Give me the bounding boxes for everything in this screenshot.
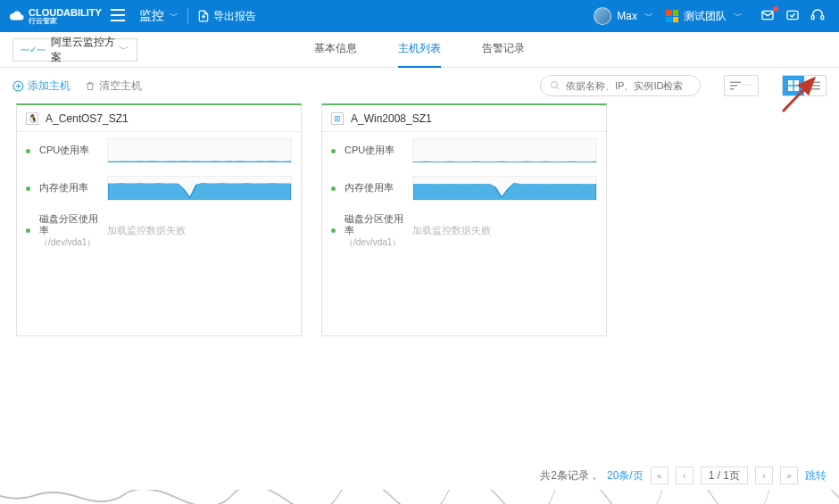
trash-icon xyxy=(85,80,96,92)
export-report-button[interactable]: 导出报告 xyxy=(197,9,256,24)
status-dot xyxy=(331,186,336,191)
status-dot xyxy=(26,186,30,191)
export-icon xyxy=(197,10,210,22)
metric-label: 内存使用率 xyxy=(39,182,107,194)
os-icon: ⊞ xyxy=(331,112,344,125)
status-dot xyxy=(331,149,336,153)
export-label: 导出报告 xyxy=(213,9,256,24)
user-name: Max xyxy=(617,10,637,22)
metric-label: CPU使用率 xyxy=(39,145,107,156)
svg-rect-14 xyxy=(788,87,793,91)
add-host-label: 添加主机 xyxy=(28,78,71,94)
mem-chart xyxy=(107,176,292,201)
metric-error: 加载监控数据失败 xyxy=(412,224,597,237)
svg-rect-9 xyxy=(730,82,741,84)
page-jump-button[interactable]: 跳转 xyxy=(805,468,827,483)
svg-rect-1 xyxy=(111,14,125,16)
svg-rect-4 xyxy=(787,11,798,19)
torn-edge xyxy=(0,490,839,504)
header-divider xyxy=(187,8,188,24)
metric-label: 内存使用率 xyxy=(345,182,412,194)
search-icon xyxy=(550,80,561,91)
scheme-label: 阿里云监控方案 xyxy=(51,35,119,65)
check-mail-icon[interactable] xyxy=(785,8,800,25)
sub-header: ⁓✓⁓ 阿里云监控方案 ﹀ 基本信息 主机列表 告警记录 xyxy=(0,32,839,68)
svg-rect-15 xyxy=(794,87,799,91)
grid-view-button[interactable] xyxy=(783,76,804,95)
team-name: 测试团队 xyxy=(684,9,727,24)
metric-label: 磁盘分区使用率（/dev/vda1） xyxy=(345,213,412,249)
status-dot xyxy=(26,149,30,153)
tab-hosts[interactable]: 主机列表 xyxy=(398,32,441,68)
toolbar: 添加主机 清空主机 ﹀ xyxy=(0,68,839,103)
sort-chevron-icon: ﹀ xyxy=(744,80,752,92)
scheme-chevron-icon: ﹀ xyxy=(119,42,129,57)
svg-rect-12 xyxy=(788,80,793,85)
metric-mem: 内存使用率 xyxy=(322,169,606,207)
brand-text: CLOUDABILITY xyxy=(29,8,102,18)
metric-error: 加载监控数据失败 xyxy=(107,224,292,237)
metric-label: 磁盘分区使用率（/dev/vda1） xyxy=(39,213,107,249)
team-menu[interactable]: 测试团队 ﹀ xyxy=(666,9,743,24)
metric-cpu: CPU使用率 xyxy=(17,132,301,169)
cpu-chart xyxy=(107,138,292,163)
svg-rect-11 xyxy=(730,88,735,90)
team-chevron-icon: ﹀ xyxy=(734,10,743,22)
host-card[interactable]: ⊞A_Win2008_SZ1CPU使用率内存使用率磁盘分区使用率（/dev/vd… xyxy=(321,103,607,336)
brand-subtext: 行云管家 xyxy=(29,18,102,25)
host-card[interactable]: 🐧A_CentOS7_SZ1CPU使用率内存使用率磁盘分区使用率（/dev/vd… xyxy=(16,103,302,336)
svg-rect-18 xyxy=(810,88,820,90)
page-first-button[interactable]: « xyxy=(651,467,669,484)
metric-cpu: CPU使用率 xyxy=(322,132,606,169)
os-icon: 🐧 xyxy=(26,112,38,125)
svg-rect-10 xyxy=(730,85,737,87)
notification-dot xyxy=(773,6,778,12)
per-page-select[interactable]: 20条/页 xyxy=(607,468,644,483)
view-toggle xyxy=(782,75,827,96)
mail-icon[interactable] xyxy=(760,8,775,25)
page-last-button[interactable]: » xyxy=(780,467,798,484)
sort-icon xyxy=(730,81,741,90)
svg-rect-0 xyxy=(111,9,125,11)
menu-icon[interactable] xyxy=(111,9,125,24)
pagination: 共2条记录， 20条/页 « ‹ 1 / 1页 › » 跳转 xyxy=(540,467,827,484)
metric-disk: 磁盘分区使用率（/dev/vda1）加载监控数据失败 xyxy=(322,207,606,255)
title-chevron-icon[interactable]: ﹀ xyxy=(170,10,179,22)
mem-chart xyxy=(412,176,597,201)
page-prev-button[interactable]: ‹ xyxy=(676,467,694,484)
avatar xyxy=(594,7,611,25)
team-icon xyxy=(666,10,678,22)
svg-rect-13 xyxy=(794,80,799,85)
clear-hosts-label: 清空主机 xyxy=(99,78,142,94)
metric-mem: 内存使用率 xyxy=(17,169,301,207)
pulse-icon: ⁓✓⁓ xyxy=(21,45,46,54)
headset-icon[interactable] xyxy=(810,8,825,25)
svg-rect-6 xyxy=(821,15,824,19)
grid-icon xyxy=(788,80,799,91)
scheme-select[interactable]: ⁓✓⁓ 阿里云监控方案 ﹀ xyxy=(12,38,137,62)
records-text: 共2条记录， xyxy=(540,468,600,483)
add-host-button[interactable]: 添加主机 xyxy=(12,78,71,94)
host-name: A_CentOS7_SZ1 xyxy=(46,112,129,125)
status-dot xyxy=(331,228,336,233)
host-card-header: 🐧A_CentOS7_SZ1 xyxy=(17,105,301,132)
svg-rect-2 xyxy=(111,20,125,21)
sort-button[interactable]: ﹀ xyxy=(724,75,759,96)
metric-label: CPU使用率 xyxy=(345,145,412,156)
host-name: A_Win2008_SZ1 xyxy=(351,112,432,125)
page-next-button[interactable]: › xyxy=(755,467,773,484)
search-input[interactable] xyxy=(566,80,691,91)
list-view-button[interactable] xyxy=(804,76,826,95)
svg-rect-16 xyxy=(810,82,820,84)
clear-hosts-button[interactable]: 清空主机 xyxy=(85,78,142,94)
brand-logo[interactable]: CLOUDABILITY 行云管家 xyxy=(9,8,102,25)
search-box[interactable] xyxy=(540,75,701,96)
svg-point-8 xyxy=(552,82,558,88)
page-current: 1 / 1页 xyxy=(701,467,748,484)
tab-basic[interactable]: 基本信息 xyxy=(314,32,357,68)
tab-alarms[interactable]: 告警记录 xyxy=(482,32,525,68)
top-header: CLOUDABILITY 行云管家 监控 ﹀ 导出报告 Max ﹀ 测试团队 ﹀ xyxy=(0,0,839,32)
status-dot xyxy=(26,228,30,233)
user-menu[interactable]: Max ﹀ xyxy=(594,7,653,25)
cpu-chart xyxy=(412,138,597,163)
